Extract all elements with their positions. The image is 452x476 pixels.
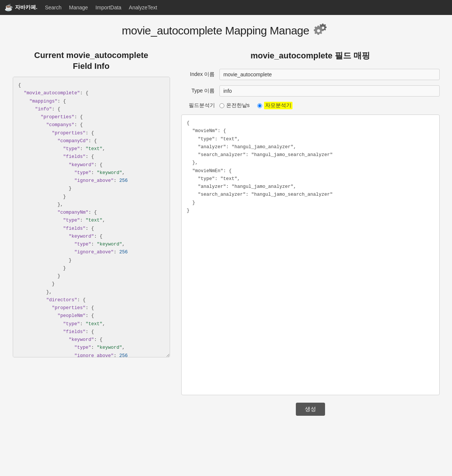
page-title: movie_autocomplete Mapping Manage: [122, 24, 309, 37]
right-panel: movie_autocomplete 필드 매핑 Index 이름 Type 이…: [181, 50, 440, 416]
radio-label-jamo[interactable]: 자모분석기: [257, 102, 292, 109]
button-row: 생성: [181, 403, 440, 416]
page-title-row: movie_autocomplete Mapping Manage: [13, 22, 440, 39]
left-panel-title: Current movie_autocompleteField Info: [13, 50, 170, 71]
brand: ☕ 자바카페.: [4, 3, 37, 12]
nav-import[interactable]: ImportData: [95, 4, 121, 10]
radio-jamo[interactable]: [257, 103, 262, 108]
right-panel-title: movie_autocomplete 필드 매핑: [181, 50, 440, 61]
two-col-layout: Current movie_autocompleteField Info { "…: [13, 50, 440, 416]
field-info-json[interactable]: { "movie_autocomplete": { "mappings": { …: [13, 77, 170, 357]
index-label: Index 이름: [181, 71, 215, 78]
analyzer-label: 필드분석기: [181, 102, 215, 109]
type-input[interactable]: [219, 85, 440, 97]
type-label: Type 이름: [181, 88, 215, 94]
json-editor[interactable]: { "movieNm": { "type": "text", "analyzer…: [181, 115, 440, 395]
navbar: ☕ 자바카페. Search Manage ImportData Analyze…: [0, 0, 452, 15]
page-container: movie_autocomplete Mapping Manage Curren…: [5, 15, 447, 423]
type-row: Type 이름: [181, 85, 440, 97]
radio-whole[interactable]: [219, 103, 224, 108]
radio-jamo-text: 자모분석기: [264, 102, 292, 109]
analyzer-row: 필드분석기 온전한낱s 자모분석기: [181, 102, 440, 109]
left-panel: Current movie_autocompleteField Info { "…: [13, 50, 170, 357]
radio-whole-text: 온전한낱s: [226, 102, 250, 109]
gear-icon: [314, 22, 330, 39]
radio-group: 온전한낱s 자모분석기: [219, 102, 292, 109]
nav-search[interactable]: Search: [45, 4, 61, 10]
index-input[interactable]: [219, 69, 440, 80]
coffee-icon: ☕: [4, 3, 13, 12]
nav-manage[interactable]: Manage: [69, 4, 88, 10]
brand-label: 자바카페.: [15, 4, 37, 11]
radio-label-whole[interactable]: 온전한낱s: [219, 102, 250, 109]
nav-analyze[interactable]: AnalyzeText: [129, 4, 157, 10]
generate-button[interactable]: 생성: [296, 403, 325, 416]
index-row: Index 이름: [181, 69, 440, 80]
